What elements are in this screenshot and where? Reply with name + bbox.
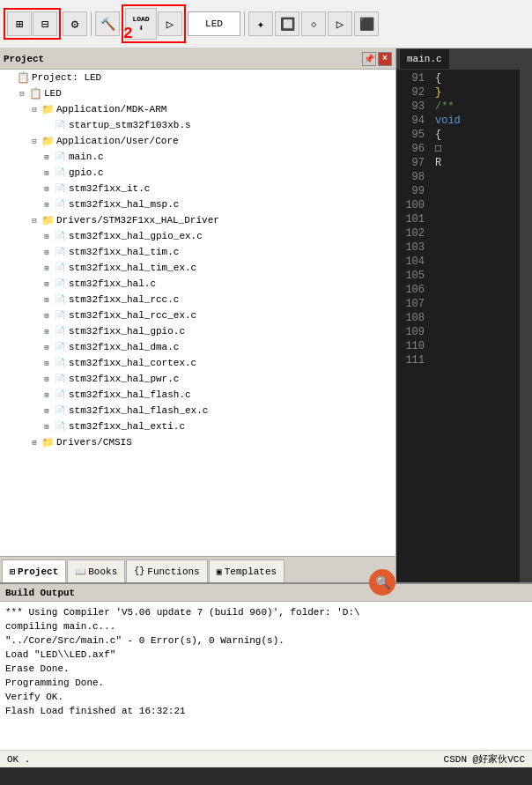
- tree-toggle[interactable]: ⊞: [41, 230, 53, 242]
- toolbar-icon-run[interactable]: ▷: [328, 11, 352, 36]
- folder-icon: 📁: [41, 103, 55, 115]
- line-number: 93: [396, 100, 425, 114]
- file-icon: 📄: [53, 167, 67, 179]
- tree-item[interactable]: ⊞📄stm32f1xx_hal_tim.c: [0, 244, 395, 260]
- tree-item[interactable]: ⊞📄stm32f1xx_hal_dma.c: [0, 339, 395, 355]
- tree-toggle[interactable]: ⊞: [41, 262, 53, 274]
- tree-item-label: stm32f1xx_hal_msp.c: [69, 199, 179, 210]
- tab-functions[interactable]: {}Functions: [126, 559, 207, 582]
- code-row: {: [435, 128, 520, 142]
- tree-toggle[interactable]: ⊞: [41, 325, 53, 337]
- tree-item[interactable]: ⊞📄stm32f1xx_hal_flash.c: [0, 387, 395, 403]
- tree-toggle[interactable]: ⊞: [41, 389, 53, 401]
- tree-item-label: stm32f1xx_hal_flash.c: [69, 389, 191, 400]
- tree-item[interactable]: ⊞📄stm32f1xx_hal_pwr.c: [0, 371, 395, 387]
- file-icon: 📄: [53, 293, 67, 306]
- tree-toggle[interactable]: ⊟: [28, 135, 41, 147]
- toolbar-icon-settings[interactable]: ⚙: [63, 11, 87, 36]
- tree-toggle[interactable]: ⊟: [28, 214, 41, 226]
- tab-books[interactable]: 📖Books: [67, 559, 125, 582]
- tree-toggle[interactable]: ⊞: [41, 278, 53, 290]
- tree-toggle[interactable]: ⊞: [41, 167, 53, 179]
- tree-item[interactable]: ⊞📄stm32f1xx_hal_tim_ex.c: [0, 260, 395, 276]
- toolbar-icon-build[interactable]: 🔨: [95, 11, 120, 36]
- tree-item[interactable]: ⊟📋LED: [0, 85, 395, 101]
- line-number: 91: [396, 71, 425, 85]
- tree-item-label: stm32f1xx_hal_exti.c: [69, 421, 185, 432]
- file-icon: 📄: [53, 373, 67, 385]
- tree-item-label: stm32f1xx_hal_flash_ex.c: [69, 405, 208, 416]
- tree-toggle[interactable]: ⊞: [41, 309, 53, 322]
- tree-toggle[interactable]: ⊞: [41, 246, 53, 258]
- editor-tab-main[interactable]: main.c: [400, 49, 449, 69]
- toolbar-icon-magic[interactable]: ✦: [248, 11, 273, 36]
- tree-toggle[interactable]: ⊞: [28, 436, 41, 448]
- build-line: *** Using Compiler 'V5.06 update 7 (buil…: [5, 605, 527, 619]
- tree-item-label: stm32f1xx_hal.c: [69, 278, 156, 289]
- tree-toggle[interactable]: ⊞: [41, 151, 53, 163]
- tab-templates[interactable]: ▣Templates: [209, 559, 284, 582]
- tree-item-label: Project: LED: [32, 72, 101, 83]
- tree-item[interactable]: ⊞📄stm32f1xx_hal_exti.c: [0, 418, 395, 434]
- tree-item[interactable]: 📋Project: LED: [0, 70, 395, 85]
- file-icon: 📄: [53, 325, 67, 337]
- editor-tab-bar: main.c: [396, 48, 532, 70]
- toolbar-icon-debug[interactable]: ▷: [158, 11, 182, 36]
- pin-button[interactable]: 📌: [362, 52, 376, 66]
- tree-item[interactable]: ⊞📄stm32f1xx_hal_gpio_ex.c: [0, 228, 395, 244]
- tree-toggle[interactable]: ⊞: [41, 420, 53, 433]
- tree-item[interactable]: ⊞📄gpio.c: [0, 165, 395, 181]
- line-number: 106: [396, 283, 425, 297]
- tree-toggle[interactable]: ⊞: [41, 182, 53, 195]
- tree-item[interactable]: ⊞📄stm32f1xx_hal_rcc.c: [0, 292, 395, 307]
- tab-project[interactable]: ⊞Project: [2, 559, 66, 582]
- tree-item-label: stm32f1xx_hal_gpio.c: [69, 326, 185, 337]
- tree-toggle[interactable]: ⊞: [41, 357, 53, 369]
- tree-item[interactable]: ⊞📄stm32f1xx_hal.c: [0, 276, 395, 292]
- line-number: 107: [396, 297, 425, 311]
- toolbar-icon-stop[interactable]: ⬛: [354, 11, 379, 36]
- tree-toggle[interactable]: [41, 119, 53, 131]
- tree-toggle[interactable]: ⊞: [41, 341, 53, 353]
- toolbar-icon-grid2[interactable]: ⊟: [33, 11, 57, 36]
- tab-icon: ⊞: [10, 567, 15, 577]
- tree-toggle[interactable]: ⊞: [41, 293, 53, 306]
- file-icon: 📄: [53, 262, 67, 274]
- watermark: CSDN @好家伙VCC: [444, 752, 525, 766]
- line-number: 102: [396, 226, 425, 241]
- tree-item[interactable]: ⊞📄stm32f1xx_hal_cortex.c: [0, 355, 395, 371]
- toolbar-icon-chip[interactable]: 🔲: [275, 11, 299, 36]
- tree-item[interactable]: ⊞📄stm32f1xx_it.c: [0, 181, 395, 196]
- tree-item[interactable]: ⊞📄stm32f1xx_hal_gpio.c: [0, 323, 395, 339]
- tree-toggle[interactable]: ⊟: [16, 87, 28, 100]
- tree-item-label: LED: [44, 88, 62, 99]
- close-button[interactable]: ×: [378, 52, 392, 66]
- tree-item[interactable]: ⊞📄stm32f1xx_hal_flash_ex.c: [0, 403, 395, 418]
- tree-toggle[interactable]: ⊞: [41, 404, 53, 417]
- toolbar-icon-flash[interactable]: ⬦: [301, 11, 326, 36]
- code-area[interactable]: { } /** void { □ R: [432, 70, 520, 582]
- file-icon: 📄: [53, 420, 67, 433]
- tree-toggle[interactable]: ⊟: [28, 103, 41, 115]
- line-number: 101: [396, 212, 425, 226]
- tree-toggle[interactable]: ⊞: [41, 373, 53, 385]
- tree-item[interactable]: ⊞📄stm32f1xx_hal_rcc_ex.c: [0, 307, 395, 323]
- main-layout: Project 📌 × 📋Project: LED⊟📋LED⊟📁Applicat…: [0, 48, 532, 582]
- build-content: *** Using Compiler 'V5.06 update 7 (buil…: [0, 602, 532, 750]
- build-line: Verify OK.: [5, 690, 527, 704]
- tree-item[interactable]: ⊞📄stm32f1xx_hal_msp.c: [0, 196, 395, 212]
- tree-item[interactable]: ⊟📁Application/User/Core: [0, 133, 395, 149]
- scrollbar[interactable]: [520, 70, 532, 582]
- tree-toggle[interactable]: ⊞: [41, 198, 53, 211]
- tree-item-label: stm32f1xx_hal_tim_ex.c: [69, 263, 196, 273]
- toolbar-icon-grid[interactable]: ⊞: [7, 11, 32, 36]
- tree-toggle[interactable]: [4, 71, 16, 84]
- tree-item[interactable]: ⊟📁Application/MDK-ARM: [0, 101, 395, 117]
- tree-item[interactable]: 📄startup_stm32f103xb.s: [0, 117, 395, 133]
- tree-item[interactable]: ⊞📁Drivers/CMSIS: [0, 434, 395, 450]
- search-button[interactable]: 🔍: [369, 569, 395, 596]
- build-line: "../Core/Src/main.c" - 0 Error(s), 0 War…: [5, 633, 527, 648]
- tree-item[interactable]: ⊞📄main.c: [0, 149, 395, 165]
- line-number: 103: [396, 241, 425, 255]
- tree-item[interactable]: ⊟📁Drivers/STM32F1xx_HAL_Driver: [0, 212, 395, 228]
